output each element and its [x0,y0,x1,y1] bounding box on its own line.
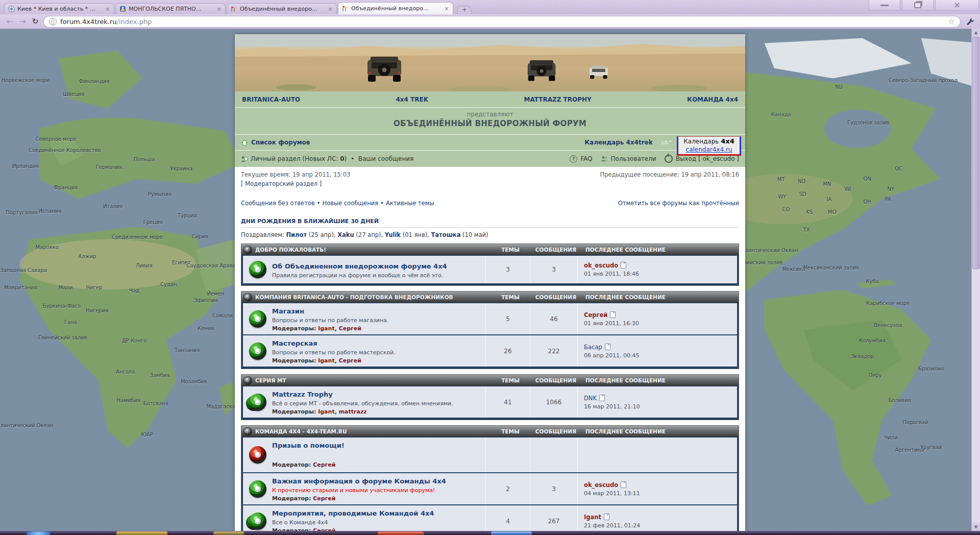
minimize-button[interactable] [869,0,900,11]
tab-forum-active[interactable]: Объединённый внедоро... × [338,2,453,14]
font-size-widget[interactable]: vA^ [661,139,673,146]
close-button[interactable]: × [935,0,979,11]
moderator-link[interactable]: Igant [318,408,334,415]
calendar-banner[interactable]: Календарь 4x4 calendar4x4.ru [677,136,741,156]
forum-link[interactable]: Призыв о помощи! [272,442,345,449]
last-post-user[interactable]: ok_escudo [584,262,618,269]
map-label: Соединённое Королевство [29,148,101,153]
private-section-link[interactable]: Личный раздел (Новых ЛС: [251,155,340,162]
category-wheel-icon [244,377,252,384]
forum-link[interactable]: Mattrazz Trophy [272,391,333,398]
moderator-link[interactable]: Igant [318,357,334,364]
new-posts-link[interactable]: Новые сообщения [323,200,379,207]
goto-post-icon[interactable] [610,311,616,318]
last-post-user[interactable]: Басар [584,344,602,351]
forum-link[interactable]: Магазин [272,307,304,315]
map-label: Мадагаскар [206,403,238,409]
scroll-up-arrow[interactable]: ▲ [972,28,980,36]
last-post-user[interactable]: ok_escudo [584,481,618,489]
last-post-user[interactable]: Igant [584,514,601,521]
calendar-link[interactable]: Календарь 4x4trek [584,139,652,146]
moderator-link[interactable]: Сергей [313,527,335,531]
users-link[interactable]: Пользователи [611,155,656,162]
forum-link[interactable]: Важная информация о форуме Команды 4x4 [272,477,446,485]
taskbar-app[interactable] [213,531,244,535]
page-globe-icon [49,18,57,26]
map-label: NY [887,186,894,192]
logout-link[interactable]: Выход [ ok_escudo ] [676,155,739,162]
tab-forum-1[interactable]: Объединённый внедоро... × [227,3,337,14]
link-4x4-trek[interactable]: 4x4 TREK [396,96,428,103]
map-label: Ирландия [12,163,39,168]
map-label: Намибия [116,397,140,403]
faq-link[interactable]: FAQ [580,155,592,162]
tab-close-icon[interactable]: × [444,6,449,12]
comma: , [335,408,339,415]
map-label: Польша [134,157,155,162]
mark-read-link[interactable]: Отметить все форумы как прочтённые [618,200,739,207]
map-label: Ботсвана [143,400,168,406]
page-scrollbar[interactable]: ▲ ▼ [971,28,980,531]
link-britanica-auto[interactable]: BRITANICA-AUTO [242,96,300,103]
moderator-link[interactable]: Сергей [313,461,335,468]
tab-mongolskoe[interactable]: МОНГОЛЬСКОЕ ПЯТНО... × [115,3,226,14]
forum-link[interactable]: Мероприятия, проводимые Командой 4x4 [272,509,434,517]
birthday-user[interactable]: Татошка [431,231,460,238]
active-topics-link[interactable]: Активные темы [386,200,434,207]
goto-post-icon[interactable] [621,262,626,269]
map-label: Норвежское море [2,78,50,83]
window-controls: × [867,0,979,11]
moderator-link[interactable]: Сергей [339,325,361,332]
scrollbar-thumb[interactable] [972,37,979,269]
new-tab-button[interactable]: + [457,6,472,14]
last-post-user[interactable]: Сергей [584,311,607,319]
link-mattrazz-trophy[interactable]: MATTRAZZ TROPHY [524,96,591,103]
banner-link[interactable]: calendar4x4.ru [679,146,739,154]
settings-wrench-icon[interactable] [966,17,975,26]
goto-post-icon[interactable] [604,514,609,520]
birthday-user[interactable]: Пилот [286,231,307,238]
maximize-button[interactable] [902,0,934,11]
link-komanda-4x4[interactable]: КОМАНДА 4x4 [687,96,738,103]
moderator-link[interactable]: Igant [318,325,334,332]
goto-post-icon[interactable] [605,344,610,350]
map-label: Саудовская Аравия [186,262,239,268]
moderator-section-link[interactable]: [ Модераторский раздел ] [241,180,322,187]
scroll-down-arrow[interactable]: ▼ [972,523,980,531]
map-label: Танзания [175,348,200,353]
start-orb[interactable] [27,531,50,535]
forward-button[interactable]: → [18,18,27,26]
map-label: Северо-Западный проход [889,78,958,83]
map-label: Румыния [148,191,172,197]
goto-post-icon[interactable] [621,481,626,488]
address-bar[interactable]: forum.4x4trek.ru/index.php ☆ [43,16,961,28]
birthday-user[interactable]: Yulik [385,231,401,238]
forum-link[interactable]: Мастерская [272,339,317,347]
category-komanda-4x4: КОМАНДА 4X4 - 4X4-TEAM.RU ТЕМЫ СООБЩЕНИЯ… [241,425,739,531]
moderator-link[interactable]: mattrazz [339,408,367,415]
taskbar-app[interactable] [378,531,424,535]
category-seriya-mt: СЕРИЯ МТ ТЕМЫ СООБЩЕНИЯ ПОСЛЕДНЕЕ СООБЩЕ… [241,374,739,420]
back-button[interactable]: ← [5,18,14,26]
windows-taskbar[interactable] [0,531,980,535]
taskbar-app[interactable] [116,531,167,535]
last-post-user[interactable]: DNK [584,395,597,402]
forum-list-link[interactable]: Список форумов [251,139,310,146]
forum-link[interactable]: Об Объединенном внедорожном форуме 4x4 [272,262,447,270]
goto-post-icon[interactable] [599,395,605,401]
tab-close-icon[interactable]: × [328,6,333,12]
moderator-link[interactable]: Сергей [339,357,361,364]
your-messages-link[interactable]: Ваши сообщения [358,155,413,162]
unanswered-link[interactable]: Сообщения без ответов [241,200,315,207]
birthday-user[interactable]: Xaku [337,231,354,238]
reload-button[interactable]: ↻ [31,18,40,26]
tab-kiev[interactable]: Киев * Киев и область * ... × [4,3,114,14]
taskbar-app[interactable] [491,531,532,535]
tab-close-icon[interactable]: × [105,6,110,12]
bookmark-star-icon[interactable]: ☆ [948,18,955,26]
forum-header-photo [235,34,745,91]
tab-close-icon[interactable]: × [216,6,222,12]
comma: , [335,325,339,332]
moderator-link[interactable]: Сергей [313,495,335,502]
banner-word: Календарь [683,138,719,145]
